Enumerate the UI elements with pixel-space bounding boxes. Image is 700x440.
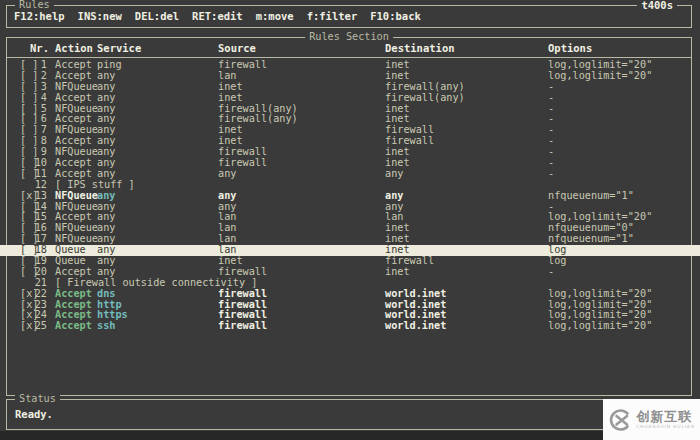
rule-action: NFQueue [55,191,98,202]
rule-action: Accept [55,289,92,300]
rule-row[interactable]: [ ]4Acceptanyinetfirewall(any)- [7,93,691,104]
rule-number: 4 [26,93,47,104]
rule-options: log,loglimit="20" [548,321,652,332]
column-header-source: Source [218,42,256,54]
rule-source: inet [218,93,243,104]
header-divider [7,57,691,58]
terminal-screen: Rules t400s F12:help INS:new DEL:del RET… [0,0,700,440]
rule-service: any [97,93,115,104]
menu-item-filter[interactable]: f:filter [307,10,358,22]
watermark-subtitle: CHUANGXIN HULIAN [636,425,695,430]
column-header-destination: Destination [385,42,455,54]
rule-number: 13 [26,191,47,202]
rule-action: Accept [55,321,92,332]
watermark-name: 创新互联 [636,410,695,423]
hostname-label: t400s [637,0,677,11]
rule-destination: firewall(any) [385,93,465,104]
rule-source: firewall [218,321,267,332]
rule-service: any [97,191,115,202]
menu-item-del[interactable]: DEL:del [135,10,179,22]
menu-item-back[interactable]: F10:back [370,10,421,22]
rule-row[interactable]: [x]13NFQueueanyanyanynfqueuenum="1" [7,191,691,202]
menu-item-edit[interactable]: RET:edit [192,10,243,22]
rule-options: log,loglimit="20" [548,71,652,82]
rule-destination: any [385,169,403,180]
rule-options: - [548,93,554,104]
rule-options: log,loglimit="20" [548,289,652,300]
status-message: Ready. [15,408,53,420]
rule-options: - [548,267,554,278]
menu-item-help[interactable]: F12:help [14,10,65,22]
column-header-service: Service [97,42,141,54]
rule-destination: world.inet [385,321,446,332]
rule-source: any [218,169,236,180]
rule-options: nfqueuenum="1" [548,191,634,202]
status-box: Status Ready. [6,399,692,430]
watermark: 创新互联 CHUANGXIN HULIAN [603,399,700,440]
column-header-options: Options [548,42,592,54]
watermark-logo-icon [608,408,632,432]
column-header-nr: Nr. [30,42,49,54]
rule-options: - [548,169,554,180]
rule-destination: inet [385,267,410,278]
desktop-background-strip [0,431,700,440]
rule-source: firewall [218,289,267,300]
rules-menu-box: Rules t400s F12:help INS:new DEL:del RET… [6,5,692,28]
rule-service: dns [97,289,115,300]
rule-destination: world.inet [385,289,446,300]
rule-destination: any [385,191,403,202]
rule-source: any [218,191,236,202]
rules-rows: [ ]1Acceptpingfirewallinetlog,loglimit="… [7,60,691,332]
rules-section-box: Rules Section Nr. Action Service Source … [6,37,692,396]
menu-bar: F12:help INS:new DEL:del RET:edit m:move… [14,10,421,22]
column-header-action: Action [55,42,93,54]
rule-row[interactable]: [x]25Acceptsshfirewallworld.inetlog,logl… [7,321,691,332]
table-header: Nr. Action Service Source Destination Op… [7,42,691,54]
rule-service: ssh [97,321,115,332]
rule-number: 22 [26,289,47,300]
watermark-text: 创新互联 CHUANGXIN HULIAN [636,410,695,430]
rule-number: 25 [26,321,47,332]
status-box-title: Status [15,393,60,405]
menu-item-move[interactable]: m:move [256,10,294,22]
rule-action: Accept [55,93,92,104]
rule-row[interactable]: [x]22Acceptdnsfirewallworld.inetlog,logl… [7,289,691,300]
menu-item-new[interactable]: INS:new [78,10,122,22]
